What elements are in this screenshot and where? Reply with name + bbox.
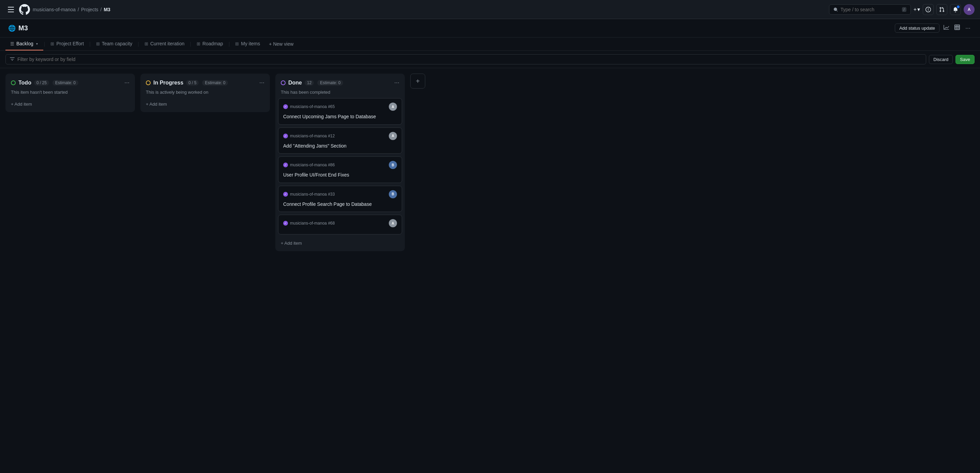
team-capacity-label: Team capacity xyxy=(102,41,132,46)
tab-current-iteration[interactable]: ⊞ Current iteration xyxy=(140,38,189,51)
avatar[interactable]: A xyxy=(964,4,975,15)
breadcrumb-sep-2: / xyxy=(100,7,102,12)
card-card-68[interactable]: ✓ musicians-of-manoa #68 A xyxy=(278,215,402,234)
notifications-wrapper xyxy=(950,4,961,15)
tab-team-capacity[interactable]: ⊞ Team capacity xyxy=(91,38,137,51)
more-options-btn[interactable]: ··· xyxy=(964,23,972,33)
card-repo-label: musicians-of-manoa #68 xyxy=(290,221,335,226)
notifications-btn[interactable] xyxy=(950,4,961,15)
col-desc-in-progress: This is actively being worked on xyxy=(140,90,270,98)
pull-requests-icon-btn[interactable] xyxy=(936,4,947,15)
tabs-bar: ☰ Backlog ▾ | ⊞ Project Effort | ⊞ Team … xyxy=(0,38,980,51)
tab-my-items[interactable]: ⊞ My items xyxy=(230,38,265,51)
create-button[interactable]: + ▾ xyxy=(913,6,920,13)
table-icon xyxy=(955,24,960,30)
tab-roadmap[interactable]: ⊞ Roadmap xyxy=(192,38,228,51)
top-navigation: musicians-of-manoa / Projects / M3 / + ▾ xyxy=(0,0,980,19)
breadcrumb-current: M3 xyxy=(103,7,110,12)
filter-input-wrap[interactable] xyxy=(5,54,926,64)
save-button[interactable]: Save xyxy=(956,55,975,64)
project-actions: Add status update ··· xyxy=(895,23,972,33)
col-estimate-in-progress: Estimate: 0 xyxy=(202,80,228,86)
card-repo-label: musicians-of-manoa #12 xyxy=(290,134,335,139)
tab-backlog[interactable]: ☰ Backlog ▾ xyxy=(5,38,43,51)
search-input[interactable] xyxy=(841,7,899,12)
card-avatar: A xyxy=(389,219,397,227)
backlog-tab-label: Backlog xyxy=(16,41,33,46)
new-view-plus-icon: + xyxy=(269,41,272,47)
issues-icon-btn[interactable] xyxy=(923,4,934,15)
card-card-65[interactable]: ✓ musicians-of-manoa #65 A Connect Upcom… xyxy=(278,98,402,125)
breadcrumb-org[interactable]: musicians-of-manoa xyxy=(33,7,76,12)
column-header-todo: Todo 0 / 25 Estimate: 0 ··· xyxy=(5,73,135,90)
search-bar[interactable]: / xyxy=(829,5,911,15)
col-estimate-todo: Estimate: 0 xyxy=(52,80,78,86)
card-title: Add "Attending Jams" Section xyxy=(283,143,397,150)
card-title: User Profile UI/Front End Fixes xyxy=(283,172,397,178)
globe-icon: 🌐 xyxy=(8,24,16,32)
table-view-btn[interactable] xyxy=(953,23,961,33)
col-desc-done: This has been completed xyxy=(275,90,405,98)
col-more-button-in-progress[interactable]: ··· xyxy=(259,79,264,86)
hamburger-icon[interactable] xyxy=(5,4,16,15)
col-title-done: Done xyxy=(288,80,302,86)
check-circle-icon: ✓ xyxy=(283,104,288,109)
add-item-button-done[interactable]: + Add item xyxy=(281,240,302,246)
backlog-tab-dropdown[interactable]: ▾ xyxy=(35,41,38,46)
col-more-button-todo[interactable]: ··· xyxy=(124,79,129,86)
card-repo: ✓ musicians-of-manoa #86 xyxy=(283,162,335,167)
search-icon xyxy=(834,7,838,12)
search-kbd: / xyxy=(902,7,907,12)
card-card-12[interactable]: ✓ musicians-of-manoa #12 A Add "Attendin… xyxy=(278,127,402,154)
card-avatar: B xyxy=(389,161,397,169)
column-done: Done 12 Estimate: 0 ··· This has been co… xyxy=(275,73,405,251)
card-card-33[interactable]: ✓ musicians-of-manoa #33 B Connect Profi… xyxy=(278,186,402,212)
breadcrumb: musicians-of-manoa / Projects / M3 xyxy=(33,7,110,12)
add-item-button-todo[interactable]: + Add item xyxy=(11,102,32,107)
card-card-86[interactable]: ✓ musicians-of-manoa #86 B User Profile … xyxy=(278,156,402,183)
team-capacity-icon: ⊞ xyxy=(96,41,100,46)
card-meta: ✓ musicians-of-manoa #12 A xyxy=(283,132,397,140)
project-header: 🌐 M3 Add status update ··· xyxy=(0,19,980,38)
pull-request-icon xyxy=(939,7,945,12)
add-item-button-in-progress[interactable]: + Add item xyxy=(146,102,167,107)
breadcrumb-sep-1: / xyxy=(78,7,79,12)
project-effort-label: Project Effort xyxy=(56,41,84,46)
bell-icon xyxy=(953,7,958,12)
my-items-label: My items xyxy=(241,41,260,46)
filter-input[interactable] xyxy=(18,57,922,62)
col-more-button-done[interactable]: ··· xyxy=(394,79,399,86)
card-meta: ✓ musicians-of-manoa #86 B xyxy=(283,161,397,169)
filter-bar: Discard Save xyxy=(0,51,980,68)
card-repo-label: musicians-of-manoa #65 xyxy=(290,104,335,109)
backlog-tab-icon: ☰ xyxy=(10,41,14,46)
check-circle-icon: ✓ xyxy=(283,221,288,226)
tab-separator-1: | xyxy=(44,41,45,47)
check-circle-icon: ✓ xyxy=(283,134,288,139)
column-todo: Todo 0 / 25 Estimate: 0 ··· This item ha… xyxy=(5,73,135,112)
roadmap-label: Roadmap xyxy=(202,41,223,46)
current-iteration-icon: ⊞ xyxy=(145,41,148,46)
column-header-done: Done 12 Estimate: 0 ··· xyxy=(275,73,405,90)
card-repo: ✓ musicians-of-manoa #68 xyxy=(283,221,335,226)
discard-button[interactable]: Discard xyxy=(929,55,953,64)
col-body-done: ✓ musicians-of-manoa #65 A Connect Upcom… xyxy=(275,98,405,237)
card-repo-label: musicians-of-manoa #33 xyxy=(290,192,335,197)
card-repo: ✓ musicians-of-manoa #65 xyxy=(283,104,335,109)
col-footer-todo: + Add item xyxy=(5,98,135,112)
add-status-update-button[interactable]: Add status update xyxy=(895,24,939,33)
roadmap-icon: ⊞ xyxy=(197,41,200,46)
chart-view-btn[interactable] xyxy=(942,23,950,33)
kanban-board: Todo 0 / 25 Estimate: 0 ··· This item ha… xyxy=(0,68,980,471)
tab-project-effort[interactable]: ⊞ Project Effort xyxy=(46,38,89,51)
col-title-todo: Todo xyxy=(18,80,31,86)
column-in-progress: In Progress 0 / 5 Estimate: 0 ··· This i… xyxy=(140,73,270,112)
tab-separator-2: | xyxy=(89,41,91,47)
new-view-button[interactable]: + New view xyxy=(265,38,298,50)
breadcrumb-projects[interactable]: Projects xyxy=(81,7,99,12)
nav-right: / + ▾ A xyxy=(829,4,975,15)
check-circle-icon: ✓ xyxy=(283,162,288,167)
filter-icon xyxy=(10,57,15,62)
add-column-button[interactable]: + xyxy=(410,73,425,89)
card-meta: ✓ musicians-of-manoa #33 B xyxy=(283,190,397,198)
